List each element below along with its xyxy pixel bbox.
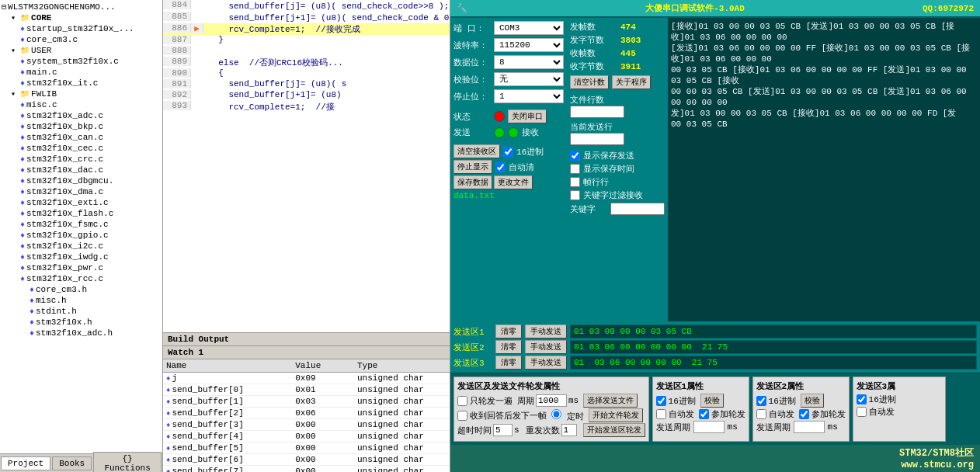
tree-item-dac[interactable]: ♦ stm32f10x_dac.c	[2, 165, 161, 175]
tree-icon-stm32adch: ♦	[30, 329, 34, 338]
recv-then-send-cb[interactable]	[457, 411, 467, 421]
start-send-btn[interactable]: 开始发送区轮发	[583, 423, 645, 437]
tree-item-dma[interactable]: ♦ stm32f10x_dma.c	[2, 186, 161, 197]
tree-item-fsmc[interactable]: ♦ stm32f10x_fsmc.c	[2, 219, 161, 230]
a2-auto-cb[interactable]	[756, 409, 766, 419]
tree-item-dbgmcu[interactable]: ♦ stm32f10x_dbgmcu.	[2, 175, 161, 186]
tree-item-mainc[interactable]: ♦ main.c	[2, 67, 161, 78]
checkboxes-area: 清空接收区 16进制 停止显示 自动清 保存数据 更改文件 data.txt	[454, 144, 564, 200]
tree-icon-stdinth: ♦	[30, 307, 34, 316]
tree-item-corecm3[interactable]: ♦ core_cm3.c	[2, 34, 161, 45]
databits-select[interactable]: 8	[494, 55, 564, 69]
tree-item-exti[interactable]: ♦ stm32f10x_exti.c	[2, 197, 161, 208]
tree-icon-gpio: ♦	[20, 231, 25, 240]
send-area-data-2[interactable]	[570, 356, 977, 370]
select-send-file-btn[interactable]: 选择发送文件	[583, 394, 638, 408]
tree-item-i2c[interactable]: ♦ stm32f10x_i2c.c	[2, 241, 161, 252]
timed-radio[interactable]	[551, 409, 561, 419]
send-area-clear-btn-2[interactable]: 清零	[495, 356, 522, 370]
tree-item-crc[interactable]: ♦ stm32f10x_crc.c	[2, 154, 161, 165]
period-input[interactable]	[536, 394, 567, 407]
a2-relay-cb[interactable]	[799, 409, 809, 419]
tree-item-stm32h[interactable]: ♦ stm32f10x.h	[2, 317, 161, 328]
send-area-label-1: 发送区2	[454, 342, 492, 353]
tree-item-flash[interactable]: ♦ stm32f10x_flash.c	[2, 208, 161, 219]
show-save-time-cb[interactable]	[570, 164, 580, 174]
tree-item-misc[interactable]: ♦ misc.c	[2, 99, 161, 110]
current-send-input[interactable]	[570, 133, 624, 145]
tree-item-stm32adch[interactable]: ♦ stm32f10x_adc.h	[2, 328, 161, 338]
tree-item-system[interactable]: ♦ system_stm32f10x.c	[2, 56, 161, 67]
a2-period-input[interactable]	[794, 421, 825, 433]
current-send-label: 当前发送行	[570, 121, 665, 133]
a3-hex-cb[interactable]	[857, 394, 867, 404]
tree-item-stm32it[interactable]: ♦ stm32f10x_it.c	[2, 78, 161, 88]
change-file-btn[interactable]: 更改文件	[494, 175, 533, 189]
save-data-btn[interactable]: 保存数据	[454, 175, 492, 189]
a1-verify-btn[interactable]: 校验	[700, 394, 724, 408]
a2-hex-cb[interactable]	[756, 396, 766, 406]
watch-name-6: ♦send_buffer[5]	[163, 442, 292, 454]
about-btn[interactable]: 关于程序	[612, 75, 651, 89]
only-once-cb[interactable]	[457, 396, 467, 406]
tree-item-wlstm32[interactable]: ⊟ WLSTM32GONGCHENGMO...	[2, 2, 161, 12]
open-file-btn[interactable]: 开始文件轮发	[589, 408, 643, 422]
tree-item-bkp[interactable]: ♦ stm32f10x_bkp.c	[2, 121, 161, 132]
clear-recv-btn[interactable]: 清空接收区	[454, 144, 500, 158]
tree-item-pwr[interactable]: ♦ stm32f10x_pwr.c	[2, 262, 161, 273]
send-bytes-value: 3803	[620, 36, 641, 45]
tree-item-core[interactable]: ▾ 📁CORE	[2, 12, 161, 23]
watch-name-2: ♦send_buffer[1]	[163, 396, 292, 408]
stopbits-select[interactable]: 1	[494, 89, 564, 103]
a2-verify-btn[interactable]: 校验	[801, 394, 824, 408]
retry-input[interactable]	[561, 424, 577, 436]
tree-item-misch[interactable]: ♦ misc.h	[2, 295, 161, 306]
a1-auto-cb[interactable]	[656, 409, 666, 419]
send-area-manual-btn-0[interactable]: 手动发送	[525, 324, 567, 338]
tree-item-iwdg[interactable]: ♦ stm32f10x_iwdg.c	[2, 252, 161, 262]
port-select[interactable]: COM3	[494, 21, 564, 35]
tree-item-fwlib[interactable]: ▾ 📁FWLIB	[2, 88, 161, 99]
bottom-tab-2[interactable]: {} Functions	[93, 452, 162, 473]
send-area-manual-btn-2[interactable]: 手动发送	[525, 356, 567, 370]
send-area-clear-btn-1[interactable]: 清零	[495, 340, 522, 354]
key-filter-cb[interactable]	[570, 190, 580, 200]
tree-item-can[interactable]: ♦ stm32f10x_can.c	[2, 132, 161, 143]
watch-name-text-4: send_buffer[3]	[172, 420, 243, 429]
a1-period-input[interactable]	[693, 421, 725, 433]
tree-item-startup[interactable]: ♦ startup_stm32f10x_...	[2, 23, 161, 34]
keyword-input[interactable]	[610, 203, 665, 215]
frame-action-cb[interactable]	[570, 177, 580, 187]
send-area-manual-btn-1[interactable]: 手动发送	[525, 340, 567, 354]
tree-item-cec[interactable]: ♦ stm32f10x_cec.c	[2, 143, 161, 154]
send-area-clear-btn-0[interactable]: 清零	[495, 324, 522, 338]
line-number-888: 888	[163, 46, 191, 55]
baud-select[interactable]: 115200	[494, 38, 564, 52]
clear-count-btn[interactable]: 清空计数	[570, 75, 609, 89]
tree-item-user[interactable]: ▾ 📁USER	[2, 45, 161, 56]
tree-item-adc[interactable]: ♦ stm32f10x_adc.c	[2, 110, 161, 121]
watch-type-1: unsigned char	[354, 384, 450, 396]
send-area-data-1[interactable]	[570, 340, 977, 354]
auto-scroll-cb[interactable]	[495, 162, 506, 172]
tree-item-rcc[interactable]: ♦ stm32f10x_rcc.c	[2, 273, 161, 284]
tree-item-corecm3h[interactable]: ♦ core_cm3.h	[2, 284, 161, 295]
a1-hex-cb[interactable]	[656, 396, 666, 406]
send-area-data-0[interactable]	[570, 324, 977, 338]
hex-recv-cb[interactable]	[503, 147, 513, 157]
tree-item-gpio[interactable]: ♦ stm32f10x_gpio.c	[2, 230, 161, 241]
a1-relay-cb[interactable]	[699, 409, 709, 419]
open-close-btn[interactable]: 关闭串口	[508, 109, 547, 123]
timeout-input[interactable]	[493, 424, 513, 436]
show-save-send-cb[interactable]	[570, 151, 580, 161]
tree-item-stdinth[interactable]: ♦ stdint.h	[2, 306, 161, 317]
tree-label-exti: stm32f10x_exti.c	[26, 198, 109, 207]
tree-label-crc: stm32f10x_crc.c	[26, 154, 103, 164]
a3-auto-cb[interactable]	[857, 407, 867, 417]
parity-select[interactable]: 无	[494, 72, 564, 86]
send-bytes-label: 发字节数	[570, 34, 620, 46]
stop-show-btn[interactable]: 停止显示	[454, 160, 492, 174]
bottom-tab-1[interactable]: Books	[52, 456, 92, 470]
bottom-tab-0[interactable]: Project	[1, 456, 50, 470]
file-lines-input[interactable]	[570, 106, 624, 118]
